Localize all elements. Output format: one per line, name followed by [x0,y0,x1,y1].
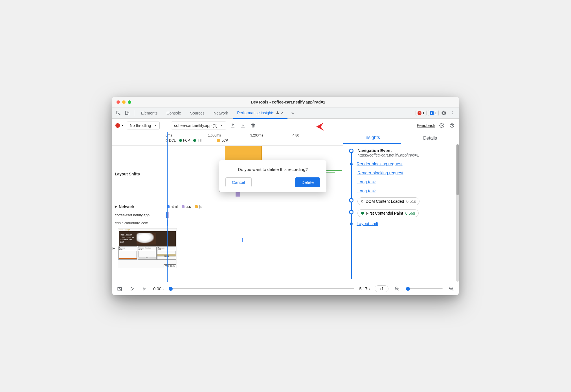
record-icon [115,123,120,128]
dialog-message: Do you want to delete this recording? [225,167,320,172]
more-tabs-icon[interactable]: » [289,109,297,117]
insight-link[interactable]: Long task [357,188,376,193]
expand-triangle-icon[interactable]: ▶ [112,227,115,269]
annotation-arrow [315,121,335,132]
device-toggle-icon[interactable] [123,109,131,117]
insight-link[interactable]: Layout shift [357,221,378,226]
timeline-ruler: 0ms 1,600ms 3,200ms 4,80 DCL FCP TTI LCP [112,132,343,146]
svg-rect-1 [126,111,128,114]
zoom-out-icon[interactable] [394,285,401,292]
tab-console[interactable]: Console [162,107,185,119]
timeline-dot [350,163,353,166]
playback-start-time: 0.00s [153,286,164,291]
tab-network[interactable]: Network [210,107,232,119]
insights-list: Navigation Event https://coffee-cart.net… [343,144,459,282]
cancel-button[interactable]: Cancel [225,177,252,187]
main-content: 0ms 1,600ms 3,200ms 4,80 DCL FCP TTI LCP… [112,132,459,282]
close-window-button[interactable] [117,100,120,104]
maximize-window-button[interactable] [128,100,131,104]
timeline-dot [350,223,353,225]
delete-button[interactable] [249,122,257,129]
network-label[interactable]: ▶ Network [112,202,166,211]
filmstrip-thumbnail[interactable]: menucart (0) Free 1 bag of coffee beans … [118,228,177,268]
error-icon: ✕ [418,111,421,115]
screenshot-toggle-icon[interactable] [116,285,123,292]
recording-select[interactable]: coffee-cart.netlify.app (1) ▼ [171,122,226,129]
feedback-link[interactable]: Feedback [417,123,435,128]
info-count-badge[interactable]: ➤ 1 [428,110,439,116]
throttling-select[interactable]: No throttling ▼ [127,122,160,129]
zoom-in-icon[interactable] [448,285,455,292]
devtools-window: DevTools - coffee-cart.netlify.app/?ad=1… [112,97,459,295]
chevron-down-icon: ▼ [154,124,157,127]
flask-icon [276,111,279,114]
inspect-element-icon[interactable] [114,109,122,117]
expand-triangle-icon: ▶ [115,205,117,208]
network-host-row: cdnjs.cloudflare.com [112,219,343,227]
minimize-window-button[interactable] [122,100,126,104]
nav-event-title: Navigation Event [357,148,454,153]
tab-sources[interactable]: Sources [186,107,208,119]
recording-toolbar: ▼ No throttling ▼ coffee-cart.netlify.ap… [112,119,459,132]
devtools-tabs: Elements Console Sources Network Perform… [112,107,459,119]
network-header: ▶ Network html css js [112,202,343,211]
import-button[interactable] [239,122,247,129]
tab-insights[interactable]: Insights [343,132,401,144]
rewind-button[interactable] [141,285,148,292]
svg-point-4 [450,124,454,127]
tab-performance-insights[interactable]: Performance insights × [233,107,287,119]
error-count-badge[interactable]: ✕ 1 [416,110,427,116]
playhead-line[interactable] [167,132,168,282]
layout-shifts-label: Layout Shifts [112,146,166,202]
chevron-down-icon: ▼ [121,124,124,127]
scrollbar[interactable] [456,144,459,282]
delete-confirm-button[interactable]: Delete [295,177,320,187]
timeline-marker [349,198,353,202]
tab-elements[interactable]: Elements [137,107,161,119]
nav-event-url: https://coffee-cart.netlify.app/?ad=1 [357,153,454,157]
export-button[interactable] [229,122,236,129]
record-button[interactable]: ▼ [115,123,124,128]
confirm-delete-dialog: Do you want to delete this recording? Ca… [219,160,326,192]
info-icon: ➤ [430,111,434,115]
playback-bar: 0.00s 5.17s x1 [112,282,459,295]
traffic-lights [117,100,131,104]
dcl-pill[interactable]: DOM Content Loaded 0.51s [357,197,420,205]
play-button[interactable] [128,285,136,292]
network-host-row: coffee-cart.netlify.app [112,211,343,219]
zoom-slider[interactable] [406,288,443,289]
window-title: DevTools - coffee-cart.netlify.app/?ad=1 [136,100,454,104]
playback-slider[interactable] [169,288,354,289]
fcp-pill[interactable]: First Contentful Paint 0.56s [357,209,419,217]
kebab-menu-icon[interactable]: ⋮ [449,109,457,117]
panel-settings-gear-icon[interactable] [438,122,445,129]
settings-gear-icon[interactable] [440,109,448,117]
playback-end-time: 5.17s [359,286,370,291]
insights-sidebar: Insights Details Navigation Event https:… [343,132,459,282]
insight-link[interactable]: Render blocking request [357,170,403,175]
insight-link[interactable]: Long task [357,179,376,184]
tab-details[interactable]: Details [401,132,459,144]
svg-point-3 [441,125,443,126]
chevron-down-icon: ▼ [220,124,223,127]
filmstrip-row: ▶ menucart (0) Free 1 bag of coffee bean… [112,227,343,269]
help-icon[interactable] [448,122,456,129]
playback-speed[interactable]: x1 [375,285,388,292]
close-tab-icon[interactable]: × [281,110,284,115]
timeline-marker [349,149,353,153]
insight-link[interactable]: Render blocking request [357,161,403,166]
timeline-panel: 0ms 1,600ms 3,200ms 4,80 DCL FCP TTI LCP… [112,132,343,282]
titlebar: DevTools - coffee-cart.netlify.app/?ad=1 [112,97,459,107]
timeline-marker [349,210,353,214]
